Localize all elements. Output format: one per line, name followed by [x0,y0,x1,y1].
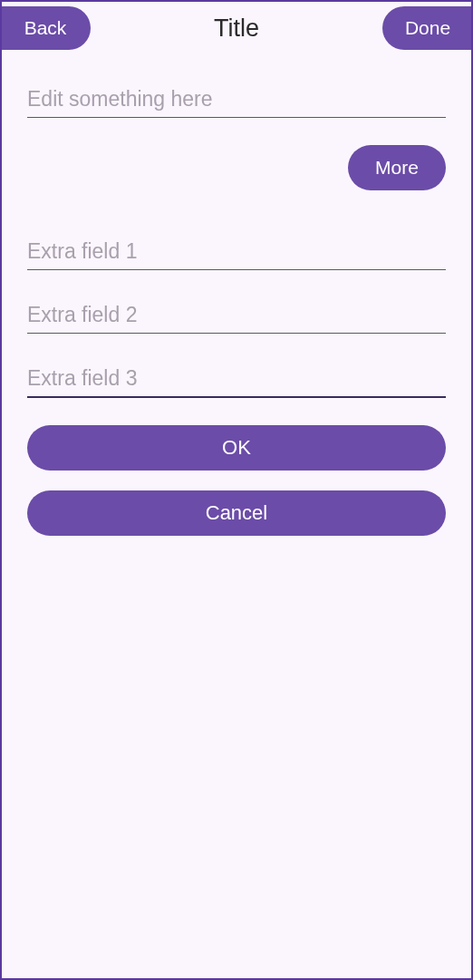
main-input[interactable] [27,80,446,118]
ok-button[interactable]: OK [27,425,446,471]
content-area: More OK Cancel [2,54,471,536]
header: Back Title Done [2,2,471,54]
extra-field-3[interactable] [27,359,446,398]
extra-field-2[interactable] [27,296,446,334]
extra-field-1[interactable] [27,232,446,270]
more-row: More [27,145,446,190]
back-button[interactable]: Back [0,6,91,50]
page-title: Title [214,15,259,43]
more-button[interactable]: More [348,145,446,190]
done-button[interactable]: Done [382,6,473,50]
cancel-button[interactable]: Cancel [27,490,446,536]
